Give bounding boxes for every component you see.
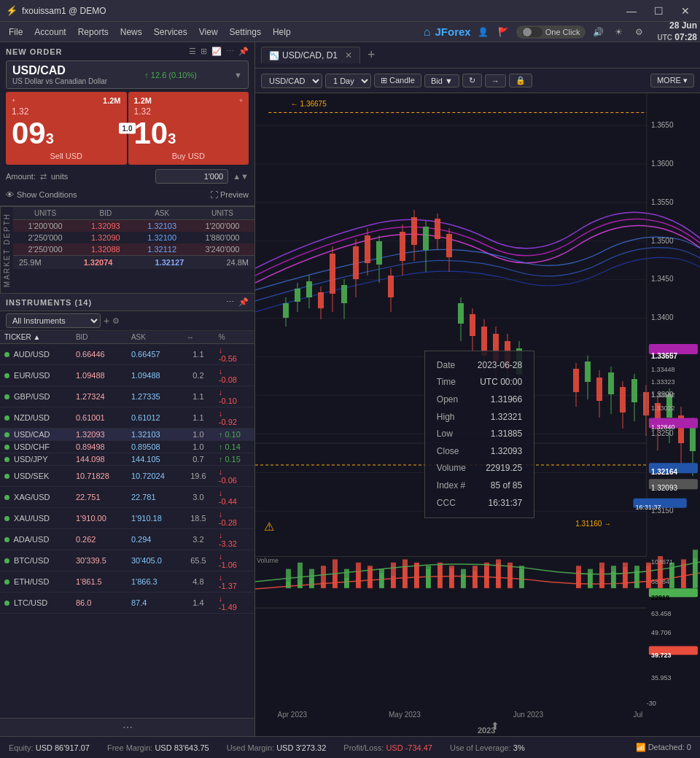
volume-icon[interactable]: 🔊 <box>590 24 606 40</box>
inst-status-dot <box>4 537 9 542</box>
list-item[interactable]: USD/SEK 10.71828 10.72024 19.6 ↓ -0.06 <box>0 466 254 487</box>
list-item[interactable]: NZD/USD 0.61001 0.61012 1.1 ↓ -0.92 <box>0 407 254 429</box>
list-item[interactable]: ADA/USD 0.262 0.294 3.2 ↓ -3.32 <box>0 529 254 550</box>
pin-icon[interactable]: 📌 <box>238 47 249 56</box>
price-type-button[interactable]: Bid ▼ <box>424 74 459 87</box>
inst-col-bid[interactable]: BID <box>71 331 127 344</box>
list-item[interactable]: GBP/USD 1.27324 1.27335 1.1 ↓ -0.10 <box>0 386 254 407</box>
inst-dir-arrow: ↓ <box>219 409 223 418</box>
amount-arrow[interactable]: ▲▼ <box>233 172 249 181</box>
inst-chg-val: -3.32 <box>219 539 250 548</box>
inst-change: ↓ -0.44 <box>214 487 254 508</box>
one-click-toggle[interactable]: One Click <box>516 26 586 39</box>
svg-text:Volume: Volume <box>257 557 279 564</box>
list-item[interactable]: USD/CHF 0.89498 0.89508 1.0 ↑ 0.14 <box>0 441 254 453</box>
inst-ticker: USD/JPY <box>0 453 71 466</box>
instruments-table-wrapper[interactable]: TICKER ▲ BID ASK ↔ % AUD/USD 0.66446 0.6… <box>0 331 254 718</box>
inst-col-change[interactable]: % <box>214 331 254 344</box>
chart-area[interactable]: ◀ <box>255 93 700 736</box>
svg-rect-182 <box>669 567 674 587</box>
navigate-button[interactable]: → <box>485 74 506 87</box>
chart-tab-usdcad[interactable]: 📉 USD/CAD, D1 ✕ <box>261 47 360 63</box>
inst-status-dot <box>4 516 9 521</box>
minimize-button[interactable]: — <box>622 4 641 18</box>
list-item[interactable]: XAG/USD 22.751 22.781 3.0 ↓ -0.44 <box>0 487 254 508</box>
inst-col-ask[interactable]: ASK <box>127 331 182 344</box>
instruments-pin-icon[interactable]: 📌 <box>238 297 249 307</box>
menu-help[interactable]: Help <box>267 24 297 40</box>
amount-input[interactable] <box>155 169 228 184</box>
list-item[interactable]: LTC/USD 86.0 87.4 1.4 ↓ -1.49 <box>0 593 254 614</box>
more-button[interactable]: MORE ▾ <box>650 74 694 87</box>
list-item[interactable]: EUR/USD 1.09488 1.09488 0.2 ↓ -0.08 <box>0 365 254 386</box>
list-item[interactable]: USD/CAD 1.32093 1.32103 1.0 ↑ 0.10 <box>0 429 254 441</box>
add-chart-button[interactable]: + <box>368 47 376 63</box>
svg-text:1.3400: 1.3400 <box>651 313 674 321</box>
inst-bid: 0.61001 <box>71 407 127 429</box>
svg-rect-160 <box>368 568 372 587</box>
depth-units-l: 2'250'000 <box>13 243 77 255</box>
lock-button[interactable]: 🔒 <box>509 74 532 87</box>
show-conditions-button[interactable]: 👁 Show Conditions <box>6 190 77 199</box>
panel-dots[interactable]: ⋯ <box>122 722 133 733</box>
more-icon[interactable]: ⋯ <box>226 47 234 56</box>
list-item[interactable]: XAU/USD 1'910.00 1'910.18 18.5 ↓ -0.28 <box>0 508 254 529</box>
list-item[interactable]: USD/JPY 144.098 144.105 0.7 ↑ 0.15 <box>0 453 254 466</box>
inst-chg-val: -1.06 <box>219 560 250 569</box>
list-item[interactable]: BTC/USD 30'339.5 30'405.0 65.5 ↓ -1.06 <box>0 550 254 571</box>
inst-ask: 1.09488 <box>127 365 182 386</box>
new-order-icons: ☰ ⊞ 📈 ⋯ 📌 <box>189 47 249 56</box>
inst-dir-arrow: ↓ <box>219 345 223 354</box>
svg-text:1.32840: 1.32840 <box>651 423 675 431</box>
maximize-button[interactable]: ☐ <box>650 4 668 18</box>
chart-type-button[interactable]: ⊞ Candle <box>374 74 421 87</box>
svg-text:39.723: 39.723 <box>651 652 672 659</box>
buy-button[interactable]: 1.2M + 1.32 10 3 Buy USD <box>128 92 249 165</box>
svg-text:← 1.36675: ← 1.36675 <box>291 100 327 108</box>
refresh-button[interactable]: ↻ <box>462 74 482 87</box>
inst-chg-val: -0.06 <box>219 476 250 485</box>
depth-total-vol-left: 25.9M <box>19 258 42 267</box>
menu-services[interactable]: Services <box>148 24 193 40</box>
inst-status-dot <box>4 352 9 357</box>
inst-bid: 1.32093 <box>71 429 127 441</box>
menu-file[interactable]: File <box>3 24 28 40</box>
symbol-select[interactable]: USD/CAD <box>261 74 322 88</box>
inst-col-ticker[interactable]: TICKER ▲ <box>0 331 71 344</box>
menu-view[interactable]: View <box>193 24 224 40</box>
svg-text:May 2023: May 2023 <box>389 711 421 719</box>
home-icon[interactable]: ⌂ <box>424 26 431 39</box>
svg-text:1.32164: 1.32164 <box>651 468 678 476</box>
list-item[interactable]: AUD/USD 0.66446 0.66457 1.1 ↓ -0.56 <box>0 344 254 365</box>
grid-icon[interactable]: ⊞ <box>201 47 207 56</box>
currency-selector[interactable]: USD/CAD US Dollar vs Canadian Dollar ↑ 1… <box>6 60 249 89</box>
depth-units-r: 3'240'000 <box>190 243 254 255</box>
list-item[interactable]: ETH/USD 1'861.5 1'866.3 4.8 ↓ -1.37 <box>0 571 254 593</box>
inst-bid: 1'861.5 <box>71 571 127 593</box>
sell-label: Sell USD <box>12 152 121 160</box>
flag-icon[interactable]: 🚩 <box>496 24 512 40</box>
list-icon[interactable]: ☰ <box>189 47 196 56</box>
gear-icon[interactable]: ⚙ <box>631 24 647 40</box>
instruments-filter-select[interactable]: All Instruments <box>6 313 101 328</box>
menu-account[interactable]: Account <box>28 24 71 40</box>
inst-ticker: ADA/USD <box>0 529 71 550</box>
sun-icon[interactable]: ☀ <box>610 24 626 40</box>
close-button[interactable]: ✕ <box>677 4 694 18</box>
menu-news[interactable]: News <box>114 24 148 40</box>
inst-col-spread[interactable]: ↔ <box>182 331 214 344</box>
instruments-more-icon[interactable]: ⋯ <box>226 297 234 307</box>
instruments-gear-icon[interactable]: ⚙ <box>112 316 120 326</box>
user-icon[interactable]: 👤 <box>475 24 491 40</box>
currency-dropdown-icon[interactable]: ▼ <box>234 71 242 79</box>
chart-tab-close[interactable]: ✕ <box>345 50 352 60</box>
instruments-add-icon[interactable]: + <box>104 315 109 327</box>
preview-button[interactable]: ⛶ Preview <box>210 190 249 199</box>
svg-rect-22 <box>330 254 335 294</box>
menu-reports[interactable]: Reports <box>72 24 114 40</box>
sell-button[interactable]: + 1.2M 1.32 09 3 Sell USD <box>6 92 127 165</box>
timeframe-select[interactable]: 1 Day <box>325 74 371 88</box>
chart-icon[interactable]: 📈 <box>211 47 222 56</box>
menu-settings[interactable]: Settings <box>224 24 267 40</box>
inst-change: ↓ -0.28 <box>214 508 254 529</box>
